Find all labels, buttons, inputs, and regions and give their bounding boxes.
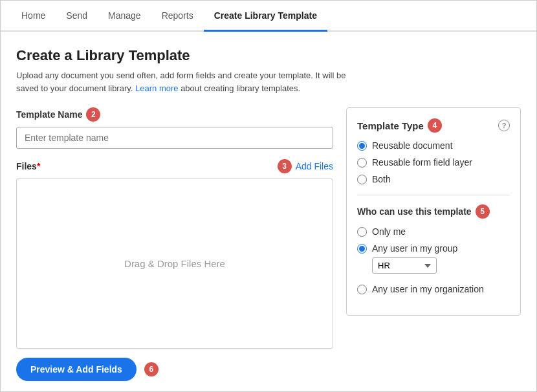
files-required-marker: *	[37, 161, 40, 171]
description-text-1: Upload any document you send often, add …	[16, 71, 345, 80]
who-any-user-group-label: Any user in my group	[372, 243, 457, 254]
add-files-button[interactable]: 3 Add Files	[278, 159, 333, 173]
template-type-form-field[interactable]: Reusable form field layer	[357, 157, 510, 168]
template-name-field-label: Template Name 2	[16, 107, 333, 122]
files-label-text: Files	[16, 161, 37, 171]
template-type-both[interactable]: Both	[357, 174, 510, 184]
right-column: Template Type 4 ? Reusable document Reus…	[346, 107, 521, 316]
main-content: Create a Library Template Upload any doc…	[1, 32, 536, 391]
drag-drop-text: Drag & Drop Files Here	[124, 258, 225, 269]
template-type-options: Reusable document Reusable form field la…	[357, 140, 510, 184]
template-name-label-text: Template Name	[16, 109, 82, 120]
who-any-org[interactable]: Any user in my organization	[357, 284, 510, 294]
template-type-reusable-doc-label: Reusable document	[372, 140, 453, 151]
who-any-user-group-radio[interactable]	[357, 244, 367, 254]
who-only-me-radio[interactable]	[357, 227, 367, 237]
files-header: Files* 3 Add Files	[16, 159, 333, 173]
nav-send[interactable]: Send	[56, 1, 98, 32]
page-description: Upload any document you send often, add …	[16, 69, 521, 94]
step-badge-3: 3	[278, 159, 292, 173]
who-only-me[interactable]: Only me	[357, 226, 510, 237]
who-can-use-section-title: Who can use this template 5	[357, 204, 510, 219]
help-icon[interactable]: ?	[498, 120, 510, 131]
nav-reports[interactable]: Reports	[151, 1, 204, 32]
bottom-bar: Preview & Add Fields 6	[16, 349, 521, 381]
files-label: Files*	[16, 161, 40, 171]
divider	[357, 195, 510, 195]
template-type-reusable-doc[interactable]: Reusable document	[357, 140, 510, 151]
nav-create-library-template[interactable]: Create Library Template	[204, 1, 327, 32]
template-type-both-radio[interactable]	[357, 175, 367, 184]
template-type-label: Template Type	[357, 120, 424, 131]
who-any-user-group-container: Any user in my group HR Finance Sales	[357, 243, 510, 278]
description-text-2: saved to your document library.	[16, 83, 133, 93]
template-name-input[interactable]	[16, 127, 333, 149]
who-any-user-group[interactable]: Any user in my group	[357, 243, 510, 254]
left-column: Template Name 2 Files* 3 Add Files Drag …	[16, 107, 333, 349]
group-select-row: HR Finance Sales	[372, 257, 510, 274]
step-badge-4: 4	[428, 118, 442, 133]
group-select[interactable]: HR Finance Sales	[372, 257, 437, 274]
nav-home[interactable]: Home	[11, 1, 56, 32]
page-title: Create a Library Template	[16, 47, 521, 64]
step-badge-6: 6	[144, 362, 159, 376]
who-only-me-label: Only me	[372, 226, 406, 237]
learn-more-link[interactable]: Learn more	[135, 83, 178, 93]
template-type-section-title: Template Type 4 ?	[357, 118, 510, 133]
who-can-use-label: Who can use this template	[357, 206, 472, 217]
template-type-reusable-doc-radio[interactable]	[357, 141, 367, 151]
who-any-org-radio[interactable]	[357, 285, 367, 294]
template-type-form-field-radio[interactable]	[357, 158, 367, 168]
content-layout: Template Name 2 Files* 3 Add Files Drag …	[16, 107, 521, 349]
step-badge-5: 5	[476, 204, 490, 219]
file-drop-zone[interactable]: Drag & Drop Files Here	[16, 179, 333, 349]
template-type-form-field-label: Reusable form field layer	[372, 157, 472, 168]
who-any-org-label: Any user in my organization	[372, 284, 484, 294]
nav-manage[interactable]: Manage	[98, 1, 151, 32]
template-type-both-label: Both	[372, 174, 391, 184]
who-can-use-options: Only me Any user in my group HR Finance …	[357, 226, 510, 294]
top-navigation: Home Send Manage Reports Create Library …	[1, 1, 536, 32]
preview-add-fields-button[interactable]: Preview & Add Fields	[16, 358, 137, 381]
step-badge-2: 2	[86, 107, 100, 122]
description-text-3: about creating library templates.	[181, 83, 300, 93]
add-files-label: Add Files	[296, 161, 333, 171]
